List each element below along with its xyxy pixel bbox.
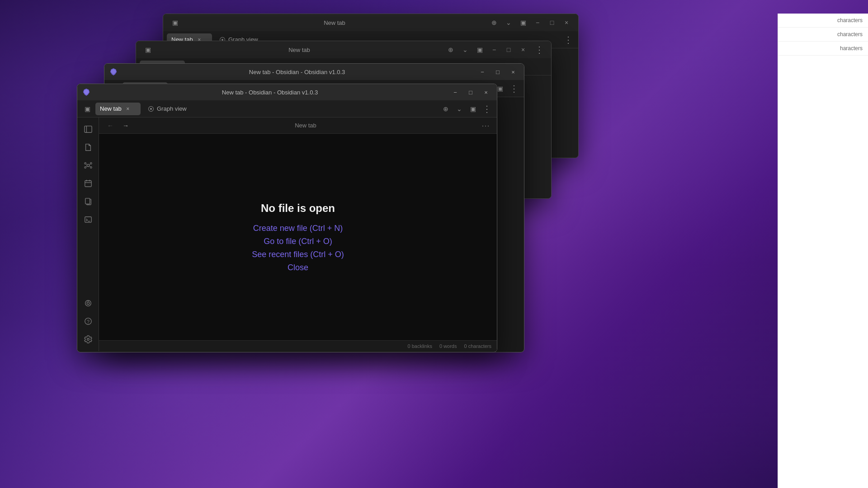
sidebar-toggle-icon[interactable] [80, 121, 96, 137]
window-2-more-btn[interactable]: ⋮ [533, 44, 546, 55]
window-2-title: New tab [154, 47, 444, 53]
right-panel: characters characters haracters [778, 14, 868, 488]
window-0-maximize-btn[interactable]: □ [464, 87, 477, 97]
window-0-split-btn[interactable]: ▣ [467, 103, 479, 115]
window-0-sidebar-toggle[interactable]: ▣ [81, 103, 94, 115]
window-1-more-btn[interactable]: ⋮ [508, 83, 520, 94]
window-3-close-btn[interactable]: × [560, 17, 573, 28]
create-new-file-link[interactable]: Create new file (Ctrl + N) [253, 224, 343, 233]
window-3-more-btn[interactable]: ⋮ [562, 34, 575, 45]
status-characters: 0 characters [464, 343, 491, 349]
window-2-sidebar-toggle[interactable]: ▣ [142, 43, 154, 56]
window-1-title: New tab - Obsidian - Obsidian v1.0.3 [122, 69, 472, 75]
window-1-frame-buttons: − □ × [476, 67, 519, 77]
svg-point-3 [84, 163, 86, 164]
files-icon[interactable] [80, 139, 96, 155]
window-0: New tab - Obsidian - Obsidian v1.0.3 − □… [77, 84, 497, 352]
window-3-dropdown-btn[interactable]: ⌄ [502, 17, 515, 28]
window-2-maximize-btn[interactable]: □ [502, 44, 515, 55]
window-0-close-btn[interactable]: × [480, 87, 492, 97]
editor-toolbar: ← → New tab ⋯ [99, 117, 497, 134]
left-sidebar: ? [77, 117, 99, 351]
status-words: 0 words [439, 343, 457, 349]
window-2-new-tab-btn[interactable]: ⊕ [444, 44, 457, 55]
svg-point-6 [90, 167, 92, 169]
window-2-dropdown-btn[interactable]: ⌄ [459, 44, 472, 55]
breadcrumb-title: New tab [135, 122, 476, 129]
window-1-close-btn[interactable]: × [507, 67, 519, 77]
window-1-minimize-btn[interactable]: − [476, 67, 489, 77]
window-1-maximize-btn[interactable]: □ [491, 67, 504, 77]
window-2-split-btn[interactable]: ▣ [473, 44, 486, 55]
more-options-btn[interactable]: ⋯ [480, 120, 491, 131]
empty-state: No file is open Create new file (Ctrl + … [99, 134, 497, 340]
svg-rect-11 [85, 181, 91, 187]
empty-state-title: No file is open [261, 202, 335, 215]
window-2-close-btn[interactable]: × [517, 44, 529, 55]
window-0-tab-new[interactable]: New tab × [95, 103, 141, 115]
terminal-icon[interactable] [80, 211, 96, 228]
window-0-more-btn[interactable]: ⋮ [481, 103, 493, 114]
svg-line-9 [86, 166, 87, 167]
svg-point-4 [90, 163, 92, 164]
status-bar: 0 backlinks 0 words 0 characters [99, 340, 497, 351]
svg-line-7 [86, 164, 87, 165]
window-2-minimize-btn[interactable]: − [488, 44, 500, 55]
svg-line-8 [89, 164, 90, 165]
status-backlinks: 0 backlinks [408, 343, 432, 349]
svg-rect-17 [85, 217, 91, 223]
window-3-title: New tab [181, 19, 488, 26]
window-3-split-btn[interactable]: ▣ [517, 17, 529, 28]
go-to-file-link[interactable]: Go to file (Ctrl + O) [264, 237, 332, 246]
window-0-tabbar: ▣ New tab × ⦿ Graph view ⊕ ⌄ ▣ ⋮ [77, 100, 497, 117]
window-2-frame-buttons: ⊕ ⌄ ▣ − □ × [444, 44, 529, 55]
window-0-tab-graph[interactable]: ⦿ Graph view [142, 103, 295, 115]
right-panel-item-1: characters [778, 14, 868, 28]
svg-text:?: ? [87, 319, 90, 324]
window-0-frame-buttons: − □ × [449, 87, 492, 97]
vault-icon[interactable] [80, 295, 96, 311]
window-0-minimize-btn[interactable]: − [449, 87, 462, 97]
window-3-sidebar-toggle[interactable]: ▣ [169, 16, 181, 29]
window-0-new-tab-btn[interactable]: ⊕ [440, 103, 452, 115]
svg-rect-0 [84, 126, 91, 132]
svg-line-10 [89, 166, 90, 167]
window-0-app-icon [82, 88, 91, 97]
window-0-dropdown-btn[interactable]: ⌄ [453, 103, 465, 115]
window-1-app-icon [109, 67, 118, 76]
window-3-maximize-btn[interactable]: □ [546, 17, 558, 28]
window-1-titlebar: New tab - Obsidian - Obsidian v1.0.3 − □… [104, 64, 524, 80]
svg-rect-16 [85, 198, 90, 204]
nav-back-btn[interactable]: ← [104, 120, 116, 131]
window-0-tab-graph-label: Graph view [157, 105, 187, 112]
svg-point-20 [87, 302, 89, 304]
empty-state-links: Create new file (Ctrl + N) Go to file (C… [252, 224, 344, 272]
right-panel-item-2: characters [778, 28, 868, 42]
settings-icon[interactable] [80, 331, 96, 347]
recent-files-link[interactable]: See recent files (Ctrl + O) [252, 250, 344, 259]
calendar-icon[interactable] [80, 175, 96, 192]
window-3-new-tab-btn[interactable]: ⊕ [488, 17, 500, 28]
window-3-frame-buttons: ⊕ ⌄ ▣ − □ × [488, 17, 573, 28]
graph-icon[interactable] [80, 157, 96, 174]
window-0-title: New tab - Obsidian - Obsidian v1.0.3 [94, 89, 445, 96]
window-0-tab-close[interactable]: × [124, 105, 132, 113]
window-0-tab-new-label: New tab [100, 105, 122, 112]
svg-point-2 [87, 164, 89, 166]
window-3-minimize-btn[interactable]: − [531, 17, 544, 28]
editor-area: ← → New tab ⋯ No file is open Create new… [99, 117, 497, 351]
help-icon[interactable]: ? [80, 313, 96, 329]
window-3-titlebar: ▣ New tab ⊕ ⌄ ▣ − □ × [163, 14, 578, 31]
window-0-content: ? ← → New tab ⋯ No file is open [77, 117, 497, 351]
svg-point-5 [84, 167, 86, 169]
window-2-titlebar: ▣ New tab ⊕ ⌄ ▣ − □ × ⋮ [136, 41, 551, 58]
copy-icon[interactable] [80, 193, 96, 210]
nav-forward-btn[interactable]: → [120, 120, 132, 131]
window-0-titlebar: New tab - Obsidian - Obsidian v1.0.3 − □… [77, 84, 497, 100]
right-panel-item-3: haracters [778, 42, 868, 56]
close-link[interactable]: Close [288, 263, 308, 272]
